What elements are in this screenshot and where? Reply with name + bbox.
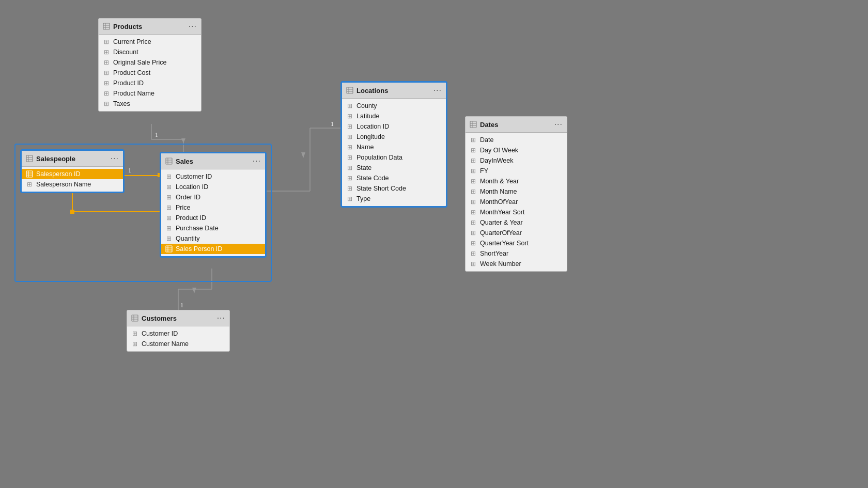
field-price-sales-label: Price [176, 204, 190, 211]
table-dates-menu[interactable]: ··· [554, 120, 563, 129]
field-week-number[interactable]: Week Number [466, 259, 567, 269]
field-population-data[interactable]: Population Data [342, 152, 446, 163]
field-state-short-code[interactable]: State Short Code [342, 183, 446, 194]
table-products-header: Products ··· [99, 19, 201, 35]
table-products-menu[interactable]: ··· [189, 22, 197, 31]
field-quarteryear-sort[interactable]: QuarterYear Sort [466, 238, 567, 248]
svg-text:1: 1 [128, 167, 131, 174]
table-dates[interactable]: Dates ··· Date Day Of Week DayInWeek FY [465, 116, 567, 272]
field-product-id-sales[interactable]: Product ID [161, 213, 265, 223]
table-salespeople-menu[interactable]: ··· [111, 154, 119, 163]
field-shortyear[interactable]: ShortYear [466, 248, 567, 259]
table-salespeople[interactable]: Salespeople ··· Salesperson ID Salespers… [21, 150, 124, 193]
field-day-of-week-icon [470, 147, 477, 154]
field-latitude-icon [346, 113, 353, 120]
field-discount[interactable]: Discount [99, 47, 201, 57]
table-products[interactable]: Products ··· Current Price Discount Orig… [98, 18, 202, 112]
field-customer-name-label: Customer Name [142, 340, 189, 348]
table-customers-header: Customers ··· [127, 310, 229, 326]
field-original-sale-price-icon [103, 59, 110, 66]
field-dayinweek[interactable]: DayInWeek [466, 155, 567, 166]
field-location-id-sales[interactable]: Location ID [161, 182, 265, 192]
field-day-of-week-label: Day Of Week [480, 147, 518, 154]
field-current-price[interactable]: Current Price [99, 37, 201, 47]
field-state-code-locations-icon [346, 175, 353, 182]
table-customers-icon [131, 314, 138, 322]
field-current-price-icon [103, 38, 110, 45]
svg-marker-15 [301, 152, 305, 158]
field-name-locations[interactable]: Name [342, 142, 446, 152]
svg-rect-49 [132, 315, 138, 321]
field-monthofyear[interactable]: MonthOfYear [466, 197, 567, 207]
field-customer-id-sales[interactable]: Customer ID [161, 171, 265, 182]
field-date[interactable]: Date [466, 135, 567, 145]
field-month-year[interactable]: Month & Year [466, 176, 567, 186]
field-month-name[interactable]: Month Name [466, 186, 567, 197]
table-dates-body: Date Day Of Week DayInWeek FY Month & Ye… [466, 133, 567, 271]
table-locations[interactable]: Locations ··· County Latitude Location I… [341, 82, 447, 207]
field-sales-person-id[interactable]: Sales Person ID [161, 244, 265, 254]
field-longitude[interactable]: Longitude [342, 132, 446, 142]
field-sales-person-id-icon [165, 245, 173, 253]
field-purchase-date-sales[interactable]: Purchase Date [161, 223, 265, 233]
field-longitude-label: Longitude [357, 133, 385, 140]
field-monthofyear-icon [470, 198, 477, 206]
field-day-of-week[interactable]: Day Of Week [466, 145, 567, 155]
table-sales[interactable]: Sales ··· Customer ID Location ID Order … [160, 152, 266, 257]
field-county[interactable]: County [342, 101, 446, 111]
field-state-locations[interactable]: State [342, 163, 446, 173]
field-sales-person-id-label: Sales Person ID [176, 245, 222, 253]
field-quarter-year[interactable]: Quarter & Year [466, 217, 567, 228]
field-monthyear-sort[interactable]: MonthYear Sort [466, 207, 567, 217]
field-monthyear-sort-icon [470, 209, 477, 216]
field-quarter-year-label: Quarter & Year [480, 219, 523, 226]
field-name-locations-icon [346, 144, 353, 151]
field-quarterofyear[interactable]: QuarterOfYear [466, 228, 567, 238]
field-dayinweek-label: DayInWeek [480, 157, 513, 164]
field-location-id-locations[interactable]: Location ID [342, 121, 446, 132]
table-products-icon [103, 23, 110, 30]
field-type-locations[interactable]: Type [342, 194, 446, 204]
field-salesperson-id-label: Salesperson ID [36, 170, 80, 178]
field-salesperson-name[interactable]: Salesperson Name [22, 179, 123, 190]
field-month-year-label: Month & Year [480, 178, 519, 185]
field-customer-id-customers[interactable]: Customer ID [127, 328, 229, 339]
field-latitude[interactable]: Latitude [342, 111, 446, 121]
field-state-code-locations[interactable]: State Code [342, 173, 446, 183]
table-sales-body: Customer ID Location ID Order ID Price P… [161, 169, 265, 256]
field-salesperson-id[interactable]: Salesperson ID [22, 169, 123, 179]
field-price-sales[interactable]: Price [161, 202, 265, 213]
field-order-id-sales[interactable]: Order ID [161, 192, 265, 202]
field-quantity-sales-icon [165, 235, 173, 242]
table-customers-title: Customers [142, 314, 177, 322]
table-dates-icon [470, 121, 477, 128]
field-salesperson-name-label: Salesperson Name [36, 181, 91, 188]
table-dates-header: Dates ··· [466, 117, 567, 133]
table-sales-menu[interactable]: ··· [253, 156, 261, 166]
field-taxes[interactable]: Taxes [99, 99, 201, 109]
table-locations-icon [346, 87, 353, 94]
table-customers-body: Customer ID Customer Name [127, 326, 229, 351]
field-product-id-products[interactable]: Product ID [99, 78, 201, 88]
field-quarter-year-icon [470, 219, 477, 226]
svg-rect-37 [166, 246, 172, 252]
field-county-icon [346, 102, 353, 109]
field-longitude-icon [346, 133, 353, 140]
table-customers-menu[interactable]: ··· [217, 313, 225, 323]
field-customer-name[interactable]: Customer Name [127, 339, 229, 349]
field-state-short-code-label: State Short Code [357, 185, 406, 192]
field-name-locations-label: Name [357, 144, 374, 151]
field-quantity-sales[interactable]: Quantity [161, 233, 265, 244]
table-customers[interactable]: Customers ··· Customer ID Customer Name [127, 310, 230, 352]
field-latitude-label: Latitude [357, 113, 379, 120]
table-salespeople-icon [26, 155, 33, 162]
field-dayinweek-icon [470, 157, 477, 164]
field-order-id-sales-icon [165, 194, 173, 201]
field-product-name[interactable]: Product Name [99, 88, 201, 99]
field-population-data-icon [346, 154, 353, 161]
field-shortyear-label: ShortYear [480, 250, 508, 257]
table-locations-menu[interactable]: ··· [433, 86, 442, 95]
field-fy[interactable]: FY [466, 166, 567, 176]
field-original-sale-price[interactable]: Original Sale Price [99, 57, 201, 68]
field-product-cost[interactable]: Product Cost [99, 68, 201, 78]
